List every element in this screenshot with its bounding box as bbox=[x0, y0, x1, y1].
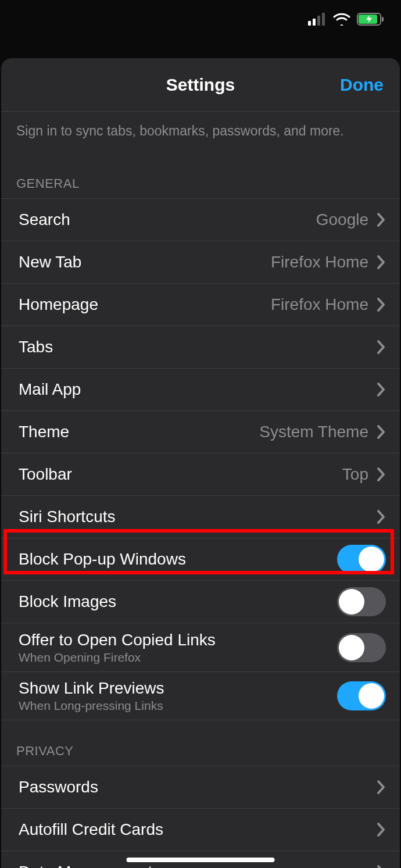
row-sublabel: When Long-pressing Links bbox=[19, 699, 164, 713]
chevron-right-icon bbox=[377, 822, 386, 837]
status-bar bbox=[0, 0, 401, 41]
row-label: Data Management bbox=[19, 863, 152, 868]
row-label: Theme bbox=[19, 423, 69, 441]
row-label: Offer to Open Copied Links bbox=[19, 631, 216, 649]
done-button[interactable]: Done bbox=[340, 75, 384, 95]
row-search[interactable]: Search Google bbox=[1, 198, 400, 241]
cellular-signal-icon bbox=[308, 13, 327, 28]
home-indicator[interactable] bbox=[127, 858, 275, 862]
svg-rect-0 bbox=[308, 21, 311, 26]
chevron-right-icon bbox=[377, 382, 386, 397]
block-popups-toggle[interactable] bbox=[337, 545, 386, 574]
row-block-images: Block Images bbox=[1, 580, 400, 623]
row-label: New Tab bbox=[19, 253, 81, 272]
row-autofill-credit-cards[interactable]: Autofill Credit Cards bbox=[1, 808, 400, 851]
row-toolbar[interactable]: Toolbar Top bbox=[1, 453, 400, 495]
svg-rect-3 bbox=[322, 13, 325, 26]
section-header-privacy: PRIVACY bbox=[1, 720, 400, 766]
chevron-right-icon bbox=[377, 340, 386, 355]
row-siri-shortcuts[interactable]: Siri Shortcuts bbox=[1, 495, 400, 538]
row-offer-copied-links: Offer to Open Copied Links When Opening … bbox=[1, 623, 400, 671]
chevron-right-icon bbox=[377, 212, 386, 227]
svg-rect-2 bbox=[317, 16, 320, 26]
chevron-right-icon bbox=[377, 467, 386, 482]
row-homepage[interactable]: Homepage Firefox Home bbox=[1, 283, 400, 326]
settings-sheet: Settings Done Sign in to sync tabs, book… bbox=[1, 58, 400, 868]
row-label: Block Images bbox=[19, 592, 116, 611]
wifi-icon bbox=[332, 13, 351, 28]
row-block-popups: Block Pop-up Windows bbox=[1, 538, 400, 580]
chevron-right-icon bbox=[377, 865, 386, 868]
offer-copied-links-toggle[interactable] bbox=[337, 633, 386, 662]
row-label: Passwords bbox=[19, 778, 98, 796]
chevron-right-icon bbox=[377, 297, 386, 312]
row-new-tab[interactable]: New Tab Firefox Home bbox=[1, 241, 400, 283]
chevron-right-icon bbox=[377, 509, 386, 524]
battery-charging-icon bbox=[357, 13, 385, 28]
row-value: System Theme bbox=[259, 423, 368, 441]
row-show-link-previews: Show Link Previews When Long-pressing Li… bbox=[1, 671, 400, 720]
row-label: Toolbar bbox=[19, 465, 72, 484]
show-link-previews-toggle[interactable] bbox=[337, 681, 386, 710]
sync-info-text: Sign in to sync tabs, bookmarks, passwor… bbox=[1, 112, 400, 140]
row-label: Search bbox=[19, 210, 70, 229]
chevron-right-icon bbox=[377, 780, 386, 795]
row-label: Show Link Previews bbox=[19, 679, 164, 698]
row-value: Firefox Home bbox=[271, 295, 368, 314]
row-label: Mail App bbox=[19, 380, 81, 399]
svg-rect-5 bbox=[382, 17, 384, 22]
row-label: Siri Shortcuts bbox=[19, 508, 116, 526]
chevron-right-icon bbox=[377, 424, 386, 440]
row-value: Top bbox=[342, 465, 368, 484]
nav-bar: Settings Done bbox=[1, 58, 400, 112]
row-mail-app[interactable]: Mail App bbox=[1, 368, 400, 410]
row-theme[interactable]: Theme System Theme bbox=[1, 410, 400, 453]
row-tabs[interactable]: Tabs bbox=[1, 326, 400, 368]
page-title: Settings bbox=[166, 75, 235, 95]
chevron-right-icon bbox=[377, 255, 386, 270]
row-passwords[interactable]: Passwords bbox=[1, 766, 400, 808]
section-header-general: GENERAL bbox=[1, 140, 400, 198]
row-label: Block Pop-up Windows bbox=[19, 550, 186, 569]
row-sublabel: When Opening Firefox bbox=[19, 651, 216, 665]
svg-rect-1 bbox=[313, 19, 316, 26]
row-value: Google bbox=[316, 210, 368, 229]
row-label: Autofill Credit Cards bbox=[19, 820, 163, 839]
block-images-toggle[interactable] bbox=[337, 587, 386, 616]
row-label: Homepage bbox=[19, 295, 98, 314]
row-value: Firefox Home bbox=[271, 253, 368, 272]
row-label: Tabs bbox=[19, 338, 53, 356]
